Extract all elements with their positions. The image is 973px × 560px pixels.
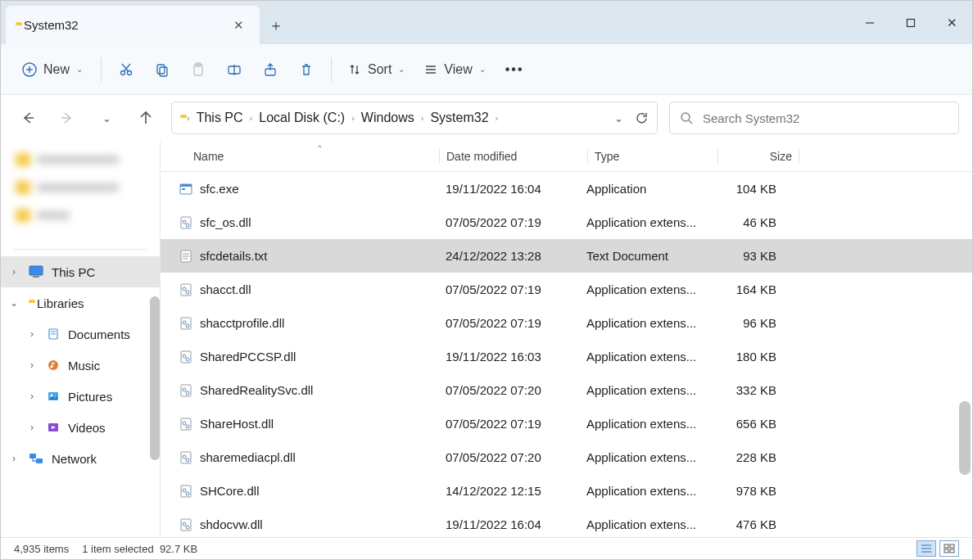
close-tab-button[interactable]: ✕: [227, 14, 250, 37]
file-row[interactable]: ShareHost.dll07/05/2022 07:19Application…: [161, 407, 972, 440]
breadcrumb[interactable]: Local Disk (C:)›: [259, 111, 355, 125]
file-icon: [177, 482, 195, 500]
file-size: 180 KB: [709, 350, 783, 364]
chevron-right-icon[interactable]: ›: [25, 422, 38, 433]
svg-rect-71: [950, 544, 954, 548]
breadcrumb[interactable]: Windows›: [361, 111, 424, 125]
more-button[interactable]: •••: [497, 53, 532, 86]
up-button[interactable]: [132, 104, 160, 132]
details-view-button[interactable]: [916, 540, 936, 557]
chevron-down-icon[interactable]: ⌄: [7, 297, 20, 309]
file-type: Application extens...: [586, 484, 709, 498]
file-size: 104 KB: [709, 182, 783, 196]
sort-icon: [348, 63, 361, 76]
status-items: 4,935 items: [14, 543, 69, 555]
file-row[interactable]: shdocvw.dll19/11/2022 16:04Application e…: [161, 508, 972, 537]
file-date: 07/05/2022 07:20: [446, 450, 586, 464]
chevron-down-icon[interactable]: ⌄: [614, 112, 623, 124]
file-name: SHCore.dll: [200, 484, 446, 498]
file-name: ShareHost.dll: [200, 417, 446, 431]
column-type[interactable]: Type: [595, 150, 717, 163]
nav-label: This PC: [52, 265, 95, 279]
back-button[interactable]: [14, 104, 42, 132]
nav-documents[interactable]: › Documents: [1, 318, 160, 350]
thumb-view-button[interactable]: [939, 540, 959, 557]
file-type: Application extens...: [586, 282, 709, 296]
file-row[interactable]: sfc.exe19/11/2022 16:04Application104 KB: [161, 172, 972, 205]
chevron-right-icon[interactable]: ›: [7, 453, 20, 464]
nav-this-pc[interactable]: › This PC: [1, 256, 160, 287]
cut-button[interactable]: [110, 53, 143, 86]
refresh-icon[interactable]: [635, 111, 649, 125]
nav-music[interactable]: › Music: [1, 350, 160, 381]
minimize-button[interactable]: [849, 1, 890, 44]
svg-rect-34: [180, 184, 192, 187]
trash-icon: [299, 62, 314, 77]
svg-rect-32: [36, 458, 43, 463]
network-icon: [29, 452, 43, 465]
column-date[interactable]: Date modified: [446, 150, 587, 163]
maximize-button[interactable]: [890, 1, 931, 44]
chevron-right-icon[interactable]: ›: [7, 266, 20, 278]
nav-libraries[interactable]: ⌄ Libraries: [1, 287, 160, 318]
file-row[interactable]: shacct.dll07/05/2022 07:19Application ex…: [161, 273, 972, 306]
file-row[interactable]: SharedPCCSP.dll19/11/2022 16:03Applicati…: [161, 340, 972, 373]
nav-pictures[interactable]: › Pictures: [1, 381, 160, 412]
file-name: SharedPCCSP.dll: [200, 350, 446, 364]
file-list[interactable]: sfc.exe19/11/2022 16:04Application104 KB…: [161, 172, 972, 537]
file-icon: [177, 348, 195, 366]
file-scrollbar[interactable]: [959, 401, 971, 475]
status-bar: 4,935 items 1 item selected 92.7 KB: [1, 537, 972, 559]
breadcrumb[interactable]: This PC›: [197, 111, 253, 125]
list-icon: [921, 544, 932, 553]
chevron-down-icon: ⌄: [479, 65, 486, 74]
file-row[interactable]: SharedRealitySvc.dll07/05/2022 07:20Appl…: [161, 373, 972, 407]
file-row[interactable]: sharemediacpl.dll07/05/2022 07:20Applica…: [161, 440, 972, 474]
search-input[interactable]: [703, 111, 948, 125]
tab-system32[interactable]: System32 ✕: [6, 6, 260, 44]
chevron-right-icon: ›: [351, 113, 355, 123]
recent-button[interactable]: ⌄: [93, 104, 120, 132]
rename-button[interactable]: [218, 53, 251, 86]
column-size[interactable]: Size: [725, 150, 799, 163]
search-bar[interactable]: [669, 102, 959, 134]
chevron-right-icon[interactable]: ›: [25, 328, 38, 340]
chevron-right-icon: ›: [496, 113, 499, 123]
breadcrumb[interactable]: System32›: [430, 111, 498, 125]
chevron-down-icon: ⌄: [76, 65, 83, 74]
share-icon: [263, 62, 278, 77]
nav-label: Pictures: [68, 390, 112, 404]
chevron-right-icon[interactable]: ›: [25, 391, 38, 402]
delete-button[interactable]: [290, 53, 323, 86]
share-button[interactable]: [254, 53, 287, 86]
close-window-button[interactable]: ✕: [931, 1, 972, 44]
plus-circle-icon: [22, 62, 37, 77]
sort-button[interactable]: Sort ⌄: [340, 53, 413, 86]
new-tab-button[interactable]: ＋: [260, 6, 292, 44]
svg-point-26: [48, 360, 58, 370]
arrow-up-icon: [138, 111, 153, 125]
chevron-right-icon[interactable]: ›: [25, 359, 38, 371]
file-icon: [177, 516, 195, 534]
nav-scrollbar[interactable]: [150, 296, 160, 460]
address-row: ⌄ › This PC› Local Disk (C:)› Windows› S…: [1, 95, 972, 141]
file-row[interactable]: sfcdetails.txt24/12/2022 13:28Text Docum…: [161, 239, 972, 273]
copy-icon: [155, 62, 170, 77]
file-row[interactable]: shacctprofile.dll07/05/2022 07:19Applica…: [161, 306, 972, 340]
new-button[interactable]: New ⌄: [12, 53, 93, 86]
copy-button[interactable]: [146, 53, 179, 86]
file-row[interactable]: sfc_os.dll07/05/2022 07:19Application ex…: [161, 205, 972, 239]
view-button[interactable]: View ⌄: [416, 53, 493, 86]
file-icon: [177, 247, 195, 265]
file-row[interactable]: SHCore.dll14/12/2022 12:15Application ex…: [161, 474, 972, 508]
nav-videos[interactable]: › Videos: [1, 412, 160, 443]
tab-title: System32: [24, 18, 79, 32]
sort-label: Sort: [368, 62, 391, 77]
nav-network[interactable]: › Network: [1, 443, 160, 474]
paste-button[interactable]: [182, 53, 215, 86]
file-size: 656 KB: [709, 417, 783, 431]
forward-button[interactable]: [53, 104, 81, 132]
address-bar[interactable]: › This PC› Local Disk (C:)› Windows› Sys…: [171, 102, 658, 134]
documents-icon: [47, 327, 60, 341]
file-size: 476 KB: [709, 517, 783, 531]
